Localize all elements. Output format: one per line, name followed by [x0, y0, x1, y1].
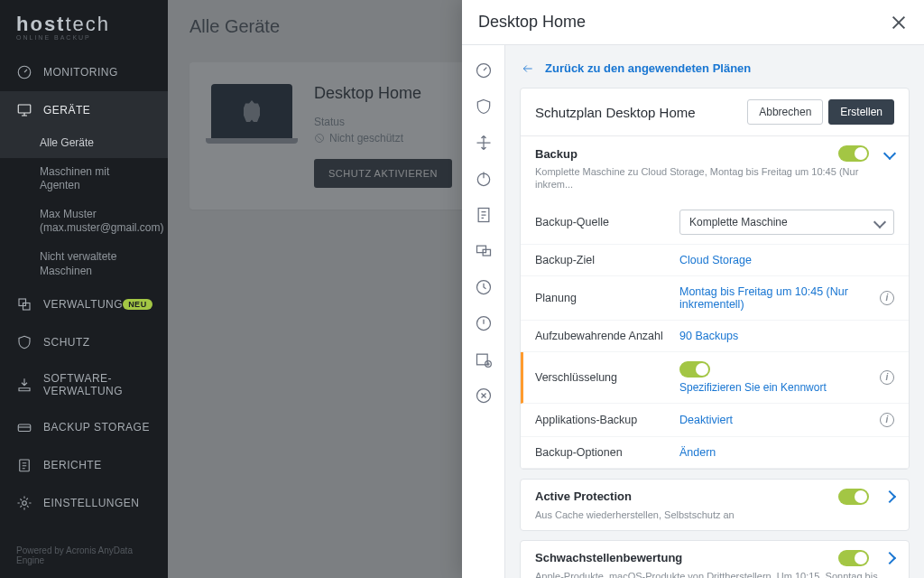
tab-power-icon[interactable] [467, 163, 500, 195]
nav-reports[interactable]: BERICHTE [0, 446, 168, 484]
nav-protection[interactable]: SCHUTZ [0, 323, 168, 361]
nav-software[interactable]: SOFTWARE-VERWALTUNG [0, 361, 168, 408]
footer-credit: Powered by Acronis AnyData Engine [0, 533, 168, 578]
create-button[interactable]: Erstellen [828, 99, 894, 125]
backup-retention-label: Aufzubewahrende Anzahl [535, 330, 679, 342]
backup-schedule-value[interactable]: Montag bis Freitag um 10:45 (Nur inkreme… [679, 285, 873, 311]
tab-overview-icon[interactable] [467, 54, 500, 87]
plan-card: Schutzplan Desktop Home Abbrechen Erstel… [520, 88, 910, 470]
tab-shield-icon[interactable] [467, 90, 500, 123]
active-protection-sub: Aus Cache wiederherstellen, Selbstschutz… [521, 508, 909, 530]
backup-schedule-label: Planung [535, 292, 679, 304]
section-backup: Backup Komplette Maschine zu Cloud Stora… [521, 136, 909, 469]
section-vulnerability: Schwachstellenbewertung Apple-Produkte, … [520, 540, 910, 578]
nav-sub-unmanaged[interactable]: Nicht verwaltete Maschinen [0, 243, 168, 285]
backup-source-label: Backup-Quelle [535, 216, 679, 228]
active-protection-toggle[interactable] [838, 489, 869, 505]
plan-name: Schutzplan Desktop Home [535, 105, 696, 120]
tab-receipt-icon[interactable] [467, 199, 500, 231]
svg-rect-3 [23, 303, 31, 311]
svg-rect-1 [18, 105, 31, 113]
cancel-button[interactable]: Abbrechen [747, 99, 823, 125]
nav-devices[interactable]: GERÄTE [0, 91, 168, 129]
tab-cancel-icon[interactable] [467, 379, 500, 412]
svg-point-6 [23, 501, 27, 506]
tab-add-icon[interactable] [467, 343, 500, 376]
tab-clock-icon[interactable] [467, 271, 500, 303]
nav-backup-storage[interactable]: BACKUP STORAGE [0, 408, 168, 446]
backup-target-value[interactable]: Cloud Storage [679, 254, 894, 266]
info-icon[interactable]: i [880, 413, 894, 427]
active-protection-title: Active Protection [535, 489, 632, 503]
panel-iconbar [462, 45, 505, 578]
chevron-right-icon[interactable] [883, 552, 896, 564]
backup-app-label: Applikations-Backup [535, 414, 679, 426]
backup-options-label: Backup-Optionen [535, 446, 679, 459]
storage-icon [16, 419, 32, 435]
backup-target-label: Backup-Ziel [535, 254, 679, 266]
side-panel: Desktop Home Zurück zu den angewendeten … [462, 0, 924, 578]
badge-new: NEU [123, 299, 152, 310]
vulnerability-toggle[interactable] [838, 550, 869, 566]
tab-alert-icon[interactable] [467, 307, 500, 340]
svg-rect-4 [18, 424, 31, 432]
nav-management[interactable]: VERWALTUNGNEU [0, 285, 168, 323]
clipboard-icon [16, 457, 32, 473]
nav-sub-agents[interactable]: Maschinen mit Agenten [0, 158, 168, 200]
nav-sub-all-devices[interactable]: Alle Geräte [0, 129, 168, 158]
close-icon[interactable] [890, 14, 908, 32]
info-icon[interactable]: i [880, 291, 894, 305]
chevron-down-icon [873, 216, 886, 228]
download-icon [16, 377, 32, 393]
tab-screens-icon[interactable] [467, 235, 500, 267]
tab-move-icon[interactable] [467, 126, 500, 159]
vulnerability-title: Schwachstellenbewertung [535, 551, 682, 564]
panel-content: Zurück zu den angewendeten Plänen Schutz… [505, 45, 924, 578]
backup-retention-value[interactable]: 90 Backups [679, 330, 894, 342]
backup-subtitle: Komplette Maschine zu Cloud Storage, Mon… [521, 165, 909, 200]
gauge-icon [16, 64, 32, 80]
main-area: Alle Geräte Desktop Home Status Nicht ge… [168, 0, 924, 578]
backup-app-value[interactable]: Deaktiviert [679, 414, 873, 426]
backup-toggle[interactable] [838, 145, 869, 162]
nav-settings[interactable]: EINSTELLUNGEN [0, 484, 168, 522]
backup-source-select[interactable]: Komplette Maschine [679, 210, 894, 235]
info-icon[interactable]: i [880, 370, 894, 385]
arrow-left-icon [520, 62, 536, 75]
panel-title: Desktop Home [478, 13, 586, 32]
backup-options-value[interactable]: Ändern [679, 446, 894, 459]
gear-icon [16, 495, 32, 511]
brand-logo: hosttech ONLINE BACKUP [0, 0, 168, 53]
encryption-toggle[interactable] [679, 361, 710, 378]
layers-icon [16, 296, 32, 312]
back-link[interactable]: Zurück zu den angewendeten Plänen [520, 56, 910, 88]
backup-title: Backup [535, 147, 578, 161]
nav-sub-user[interactable]: Max Muster (max.muster@gmail.com) [0, 200, 168, 243]
backup-encryption-label: Verschlüsselung [535, 371, 679, 384]
chevron-down-icon[interactable] [883, 147, 896, 160]
sidebar: hosttech ONLINE BACKUP MONITORING GERÄTE… [0, 0, 168, 578]
shield-icon [16, 334, 32, 350]
svg-rect-2 [19, 299, 26, 306]
vulnerability-sub: Apple-Produkte, macOS-Produkte von Dritt… [521, 570, 909, 578]
backup-encryption-value[interactable]: Spezifizieren Sie ein Kennwort [679, 381, 873, 394]
monitor-icon [16, 102, 32, 118]
section-active-protection: Active Protection Aus Cache wiederherste… [520, 479, 910, 531]
chevron-right-icon[interactable] [883, 490, 896, 503]
nav-monitoring[interactable]: MONITORING [0, 53, 168, 91]
